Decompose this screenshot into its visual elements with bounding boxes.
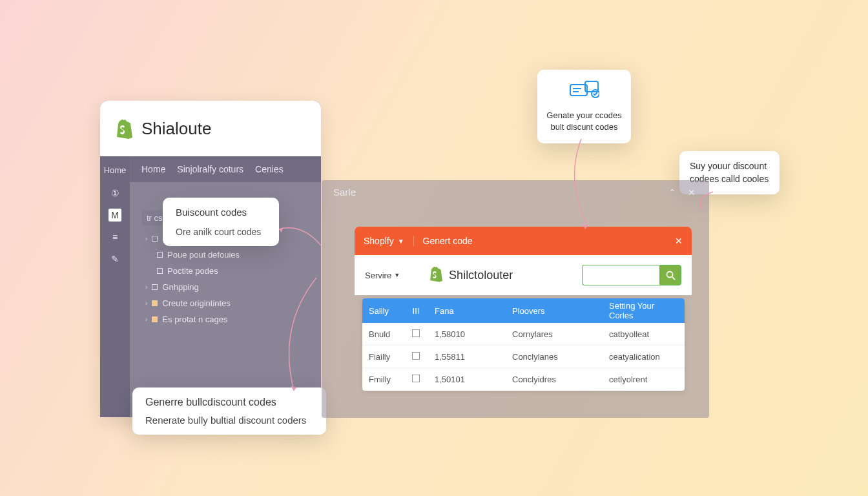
chevron-right-icon: › <box>145 300 147 307</box>
tree-item-label: Gnhpping <box>162 282 198 292</box>
cell: Fiailly <box>362 352 404 362</box>
cell: Fmilly <box>362 375 404 384</box>
brand-title: Shilctolouter <box>449 269 513 282</box>
search-button[interactable] <box>659 265 681 285</box>
results-table: Salily III Fana Ploovers Setting Your Co… <box>362 298 685 391</box>
col-header[interactable]: III <box>404 306 428 316</box>
tree-item[interactable]: ›Creute origintintes <box>141 295 309 311</box>
cell: 1,50101 <box>428 375 506 384</box>
left-panel-header: Shialoute <box>100 101 321 156</box>
folder-icon <box>152 284 158 290</box>
table-row[interactable]: Fiailly 1,55811 Conclylanes ceatyalicati… <box>362 346 685 368</box>
window-controls: ⌃ ✕ <box>661 187 698 198</box>
sidebar-home-label[interactable]: Home <box>104 165 127 175</box>
table-header: Salily III Fana Ploovers Setting Your Co… <box>362 298 685 323</box>
checkbox[interactable] <box>412 352 420 360</box>
cell <box>404 352 428 362</box>
checkbox[interactable] <box>412 329 420 337</box>
callout-feature: Genate your ccodes bult discunt codes <box>537 70 631 143</box>
cell: catbyolleat <box>603 329 685 339</box>
app-title: Shialoute <box>141 119 211 139</box>
chevron-right-icon: › <box>145 316 147 323</box>
tree-item[interactable]: Poctite podes <box>153 263 309 279</box>
tree-item[interactable]: ›Gnhpping <box>141 279 309 295</box>
tree-item-label: Es protat n cages <box>162 315 227 324</box>
brand: Shilctolouter <box>428 265 513 285</box>
tree-item[interactable]: Poue pout defouies <box>153 247 309 263</box>
toolbar: Servire▼ Shilctolouter <box>355 255 692 295</box>
chevron-down-icon: ▼ <box>398 238 404 245</box>
pen-icon[interactable]: ✎ <box>108 253 121 265</box>
search-icon <box>666 271 676 280</box>
m-icon[interactable]: M <box>108 209 121 222</box>
callout-line: Renerate bully bultial discount coders <box>145 415 313 426</box>
search-box <box>582 265 681 285</box>
nav-home[interactable]: Home <box>141 164 165 174</box>
cell: Cornylares <box>506 329 603 339</box>
close-icon[interactable]: ✕ <box>686 187 698 198</box>
tree-item[interactable]: ›Es protat n cages <box>141 311 309 327</box>
col-header[interactable]: Fana <box>428 306 506 316</box>
callout-title: Buiscount codes <box>176 207 266 218</box>
brand-dropdown[interactable]: Shoplfy▼ <box>364 236 414 246</box>
folder-icon <box>152 300 158 306</box>
callout-text: Genate your ccodes bult discunt codes <box>546 110 622 133</box>
cell <box>404 329 428 339</box>
tree-item-label: Poue pout defouies <box>167 250 240 260</box>
table-row[interactable]: Bnuld 1,58010 Cornylares catbyolleat <box>362 323 685 346</box>
search-input[interactable] <box>582 265 659 285</box>
callout-line: Generre bullcdiscount codes <box>145 397 313 408</box>
codes-icon <box>546 80 622 105</box>
checkbox[interactable] <box>412 375 420 382</box>
left-panel: Shialoute Home ① M ≡ ✎ Home Sinjolralfy … <box>100 101 321 417</box>
chevron-down-icon: ▼ <box>394 272 400 278</box>
svg-line-6 <box>672 277 675 280</box>
cell: 1,58010 <box>428 329 506 339</box>
cell: cetlyolrent <box>603 375 685 384</box>
shopify-logo-icon <box>428 265 442 285</box>
shopify-logo-icon <box>114 118 132 139</box>
callout-subtitle: Ore anilk court codes <box>176 227 266 237</box>
service-dropdown[interactable]: Servire▼ <box>365 271 400 280</box>
close-icon[interactable]: ✕ <box>675 236 683 246</box>
list-icon[interactable]: ≡ <box>108 231 121 243</box>
top-nav: Home Sinjolralfy coturs Cenies <box>130 156 321 182</box>
orange-header-bar: Shoplfy▼ Genert code ✕ <box>355 227 692 255</box>
minimize-icon[interactable]: ⌃ <box>666 187 678 198</box>
cell <box>404 375 428 384</box>
window-title: Sarle <box>333 187 356 198</box>
cell: Conclyidres <box>506 375 603 384</box>
header-label: Genert code <box>414 236 675 246</box>
table-row[interactable]: Fmilly 1,50101 Conclyidres cetlyolrent <box>362 368 685 391</box>
col-header[interactable]: Setting Your Corles <box>603 301 685 320</box>
callout-generate: Generre bullcdiscount codes Renerate bul… <box>132 388 326 435</box>
svg-point-5 <box>666 271 672 277</box>
tree-item-label: Creute origintintes <box>162 298 231 308</box>
folder-icon <box>157 268 163 274</box>
callout-discount-codes: Buiscount codes Ore anilk court codes <box>163 198 279 246</box>
cell: Conclylanes <box>506 352 603 362</box>
window-titlebar: Sarle ⌃ ✕ <box>322 180 709 204</box>
chevron-right-icon: › <box>145 235 147 242</box>
tree-item-label: Poctite podes <box>167 266 218 276</box>
nav-item-2[interactable]: Sinjolralfy coturs <box>177 164 243 174</box>
cell: 1,55811 <box>428 352 506 362</box>
col-header[interactable]: Ploovers <box>506 306 603 316</box>
nav-item-3[interactable]: Cenies <box>255 164 284 174</box>
cell: ceatyalication <box>603 352 685 362</box>
chevron-right-icon: › <box>145 284 147 291</box>
col-header[interactable]: Salily <box>362 306 404 316</box>
folder-icon <box>152 316 158 322</box>
folder-icon <box>152 236 158 242</box>
folder-icon <box>157 252 163 258</box>
left-icon-rail: Home ① M ≡ ✎ <box>100 156 130 417</box>
cell: Bnuld <box>362 329 404 339</box>
info-icon[interactable]: ① <box>108 187 121 200</box>
